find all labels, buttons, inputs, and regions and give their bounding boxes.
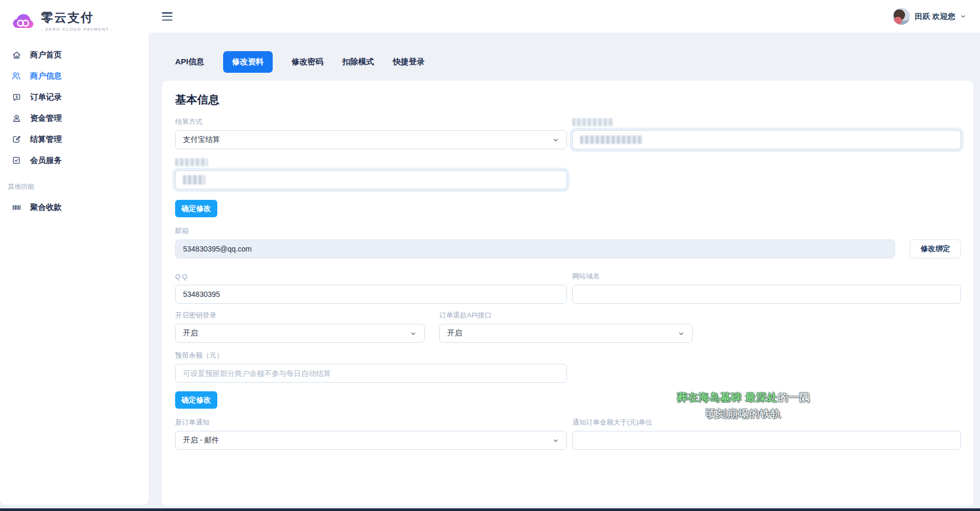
tab-quick-login[interactable]: 快捷登录	[393, 51, 425, 73]
chevron-down-icon	[678, 330, 685, 337]
tab-edit-profile[interactable]: 修改资料	[223, 51, 273, 73]
sidebar-item-label: 商户首页	[30, 50, 62, 60]
section-title: 基本信息	[175, 92, 961, 107]
email-label: 邮箱	[175, 227, 895, 235]
notify-amount-label: 通知订单金额大于(元)单位	[572, 418, 961, 427]
settle-method-value: 支付宝结算	[183, 135, 220, 144]
domain-input-wrap	[572, 285, 961, 304]
redacted-field2-input[interactable]	[175, 170, 567, 189]
svg-text:$: $	[15, 94, 17, 99]
sidebar-item-label: 会员服务	[30, 156, 62, 166]
sidebar: 零云支付 - ZERO CLOUD PAYMENT - 商户首页 商户信息 $	[0, 0, 149, 505]
reserved-balance-input[interactable]	[183, 369, 559, 378]
domain-label: 网站域名	[572, 272, 961, 281]
main-area: 田跃 欢迎您 API信息 修改资料 修改密码 扣除模式 快捷登录 基本信息 结算…	[149, 0, 980, 511]
redacted-field-value	[580, 136, 642, 144]
member-service-icon	[11, 155, 22, 166]
refund-api-select[interactable]: 开启	[439, 324, 693, 343]
redacted-field-label	[572, 118, 613, 126]
refund-api-label: 订单退款API接口	[439, 311, 693, 320]
user-menu[interactable]: 田跃 欢迎您	[893, 8, 966, 25]
sidebar-item-label: 商户信息	[30, 71, 62, 81]
sidebar-item-label: 订单记录	[30, 92, 62, 102]
sidebar-item-member-service[interactable]: 会员服务	[0, 150, 149, 171]
sidebar-section-label: 其他功能	[0, 171, 149, 197]
app-shell: 零云支付 - ZERO CLOUD PAYMENT - 商户首页 商户信息 $	[0, 0, 980, 511]
change-binding-button[interactable]: 修改绑定	[910, 239, 961, 258]
order-records-icon: $	[11, 92, 22, 102]
sidebar-item-order-records[interactable]: $ 订单记录	[0, 86, 149, 108]
brand-logo[interactable]: 零云支付 - ZERO CLOUD PAYMENT -	[0, 6, 149, 35]
tab-deduct-mode[interactable]: 扣除模式	[342, 51, 374, 73]
confirm-edit-button[interactable]: 确定修改	[175, 200, 217, 217]
cloud-logo-icon	[12, 11, 36, 31]
merchant-info-icon	[11, 71, 22, 81]
qq-label: QQ	[175, 272, 567, 281]
chevron-down-icon	[552, 137, 559, 143]
brand-tagline: - ZERO CLOUD PAYMENT -	[41, 27, 113, 32]
user-greeting: 田跃 欢迎您	[915, 12, 955, 22]
qq-input-wrap	[175, 285, 567, 304]
sidebar-item-aggregate-collection[interactable]: 聚合收款	[0, 197, 149, 218]
notify-amount-input-wrap	[572, 431, 961, 450]
new-order-notify-select[interactable]: 开启 - 邮件	[175, 431, 567, 450]
tab-change-password[interactable]: 修改密码	[292, 51, 323, 73]
sidebar-item-funds[interactable]: $ 资金管理	[0, 108, 149, 129]
sidebar-nav: 商户首页 商户信息 $ 订单记录 $ 资金管理	[0, 44, 149, 171]
avatar	[893, 8, 910, 25]
key-login-label: 开启密钥登录	[175, 311, 425, 320]
sidebar-item-label: 结算管理	[30, 134, 62, 144]
sidebar-item-settlement[interactable]: 结算管理	[0, 129, 149, 150]
sidebar-item-label: 资金管理	[30, 113, 62, 123]
new-order-notify-label: 新订单通知	[175, 418, 567, 427]
home-icon	[11, 50, 22, 60]
chevron-down-icon	[960, 13, 966, 20]
sidebar-item-merchant-home[interactable]: 商户首页	[0, 44, 149, 65]
email-input[interactable]	[175, 239, 895, 258]
topbar: 田跃 欢迎您	[149, 0, 980, 33]
tab-api-info[interactable]: API信息	[175, 51, 204, 73]
viewport-bottom-edge	[0, 508, 980, 511]
new-order-notify-value: 开启 - 邮件	[183, 436, 219, 445]
reserved-balance-input-wrap	[175, 364, 567, 383]
qq-input[interactable]	[183, 290, 559, 298]
basic-info-card: 基本信息 结算方式 支付宝结算	[162, 81, 973, 506]
settlement-icon	[11, 134, 22, 144]
refund-api-value: 开启	[447, 329, 462, 338]
key-login-value: 开启	[183, 329, 198, 338]
brand-name: 零云支付	[41, 9, 113, 26]
settle-method-label: 结算方式	[175, 118, 567, 126]
tab-bar: API信息 修改资料 修改密码 扣除模式 快捷登录	[175, 50, 973, 74]
confirm-edit-button-2[interactable]: 确定修改	[175, 391, 217, 409]
funds-icon: $	[11, 113, 22, 123]
redacted-field2-value	[183, 175, 205, 185]
redacted-field2-label	[175, 158, 208, 166]
svg-text:$: $	[15, 115, 17, 119]
reserved-balance-label: 预留余额（元）	[175, 351, 567, 360]
key-login-select[interactable]: 开启	[175, 324, 425, 343]
redacted-field-input[interactable]	[572, 130, 961, 149]
chevron-down-icon	[552, 437, 559, 444]
chevron-down-icon	[410, 330, 417, 337]
email-value[interactable]	[183, 245, 887, 253]
content-area: API信息 修改资料 修改密码 扣除模式 快捷登录 基本信息 结算方式 支付宝结…	[149, 33, 980, 511]
domain-input[interactable]	[580, 290, 953, 298]
notify-amount-input[interactable]	[580, 436, 953, 445]
settle-method-select[interactable]: 支付宝结算	[175, 130, 567, 149]
menu-toggle-icon[interactable]	[162, 12, 172, 21]
barcode-icon	[11, 202, 22, 213]
sidebar-item-label: 聚合收款	[30, 203, 62, 213]
sidebar-item-merchant-info[interactable]: 商户信息	[0, 65, 149, 86]
